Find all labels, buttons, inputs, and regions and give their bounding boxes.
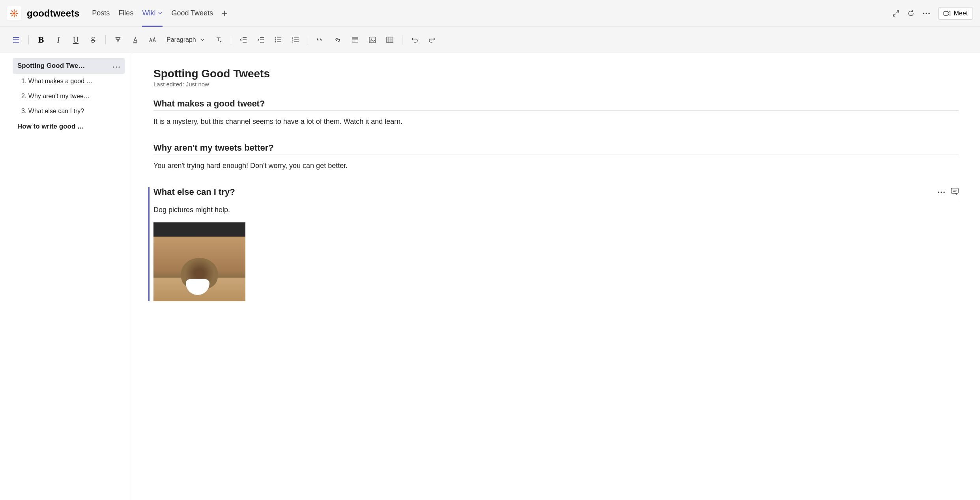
embedded-image[interactable] (153, 222, 245, 301)
svg-text:3: 3 (292, 41, 294, 43)
wiki-section: What else can I try? Dog pictures might … (148, 187, 959, 301)
tab-wiki[interactable]: Wiki (138, 0, 166, 27)
link-icon (334, 36, 341, 43)
page-more-button[interactable] (113, 62, 120, 70)
expand-button[interactable] (892, 10, 900, 17)
svg-rect-4 (16, 13, 19, 14)
font-size-icon (148, 36, 157, 43)
document-title[interactable]: Spotting Good Tweets (153, 67, 959, 80)
section-header: What makes a good tweet? (153, 99, 959, 111)
redo-button[interactable] (424, 32, 440, 48)
section-header: Why aren't my tweets better? (153, 143, 959, 155)
page-title: How to write good … (17, 123, 84, 131)
tab-good-tweets[interactable]: Good Tweets (167, 0, 217, 27)
italic-button[interactable]: I (50, 32, 67, 48)
svg-point-9 (923, 13, 925, 14)
section-body[interactable]: It is a mystery, but this channel seems … (153, 116, 959, 127)
undo-button[interactable] (406, 32, 423, 48)
section-body[interactable]: You aren't trying hard enough! Don't wor… (153, 160, 959, 171)
svg-rect-6 (11, 14, 13, 16)
svg-point-31 (943, 192, 945, 193)
svg-rect-7 (11, 10, 13, 12)
clear-format-icon (215, 36, 222, 43)
add-tab-button[interactable] (218, 10, 231, 17)
wiki-section-item[interactable]: 1. What makes a good … (13, 74, 125, 89)
font-color-icon (132, 36, 139, 43)
svg-rect-5 (15, 10, 17, 12)
tab-label: Good Tweets (171, 9, 213, 17)
number-list-button[interactable]: 123 (287, 32, 304, 48)
more-options-button[interactable] (922, 12, 930, 15)
strikethrough-button[interactable]: S (85, 32, 101, 48)
tab-files[interactable]: Files (114, 0, 137, 27)
svg-point-23 (113, 66, 114, 67)
separator (105, 35, 106, 45)
number-list-icon: 123 (292, 37, 299, 43)
bullet-list-button[interactable] (270, 32, 286, 48)
svg-point-24 (116, 66, 117, 67)
separator (308, 35, 308, 45)
highlight-icon (114, 36, 122, 43)
chevron-down-icon (200, 37, 205, 42)
header-actions: Meet (892, 7, 973, 20)
svg-rect-12 (944, 11, 948, 15)
app-logo (7, 6, 21, 21)
meet-button[interactable]: Meet (938, 7, 973, 20)
svg-rect-3 (10, 13, 13, 14)
underline-button[interactable]: U (67, 32, 84, 48)
wiki-page-item[interactable]: How to write good … (13, 119, 125, 134)
bold-button[interactable]: B (33, 32, 49, 48)
table-button[interactable] (382, 32, 398, 48)
hr-icon (352, 37, 359, 43)
svg-rect-32 (951, 188, 958, 193)
separator (402, 35, 402, 45)
channel-name: goodtweets (27, 8, 79, 19)
svg-point-14 (275, 37, 276, 39)
reload-button[interactable] (907, 10, 915, 17)
section-header: What else can I try? (153, 187, 959, 199)
quote-button[interactable] (312, 32, 329, 48)
font-color-button[interactable] (127, 32, 144, 48)
wiki-section-item[interactable]: 2. Why aren't my twee… (13, 89, 125, 104)
clear-format-button[interactable] (210, 32, 227, 48)
wiki-page-item[interactable]: Spotting Good Twe… (13, 58, 125, 74)
hamburger-button[interactable] (8, 32, 24, 48)
more-horizontal-icon (922, 12, 930, 15)
section-text: Dog pictures might help. (153, 205, 959, 215)
indent-icon (257, 37, 264, 43)
chat-icon (951, 188, 959, 195)
expand-icon (892, 10, 900, 17)
wiki-section-item[interactable]: 3. What else can I try? (13, 104, 125, 119)
svg-rect-8 (15, 14, 17, 16)
highlight-button[interactable] (110, 32, 126, 48)
section-title[interactable]: Why aren't my tweets better? (153, 143, 959, 153)
svg-point-30 (941, 192, 942, 193)
table-icon (386, 37, 393, 43)
outdent-icon (240, 37, 247, 43)
wiki-section: What makes a good tweet? It is a mystery… (153, 99, 959, 127)
image-button[interactable] (364, 32, 381, 48)
section-title[interactable]: What else can I try? (153, 187, 937, 197)
editor-toolbar: B I U S Paragraph 123 (0, 27, 980, 53)
svg-rect-2 (14, 15, 15, 17)
link-button[interactable] (329, 32, 346, 48)
hr-button[interactable] (347, 32, 363, 48)
section-conversation-button[interactable] (951, 188, 959, 196)
section-body[interactable]: Dog pictures might help. (153, 205, 959, 301)
plus-icon (221, 10, 228, 17)
section-title[interactable]: What makes a good tweet? (153, 99, 959, 109)
font-size-button[interactable] (144, 32, 161, 48)
undo-icon (411, 37, 418, 43)
indent-button[interactable] (252, 32, 269, 48)
chevron-down-icon (158, 9, 163, 17)
paragraph-dropdown[interactable]: Paragraph (162, 36, 209, 43)
section-more-button[interactable] (937, 188, 945, 196)
tab-posts[interactable]: Posts (88, 0, 114, 27)
svg-point-10 (926, 13, 928, 14)
more-horizontal-icon (937, 191, 945, 193)
wiki-content[interactable]: Spotting Good Tweets Last edited: Just n… (132, 53, 980, 500)
outdent-button[interactable] (235, 32, 252, 48)
svg-rect-1 (14, 9, 15, 11)
hamburger-icon (13, 37, 20, 43)
svg-point-15 (275, 39, 276, 41)
